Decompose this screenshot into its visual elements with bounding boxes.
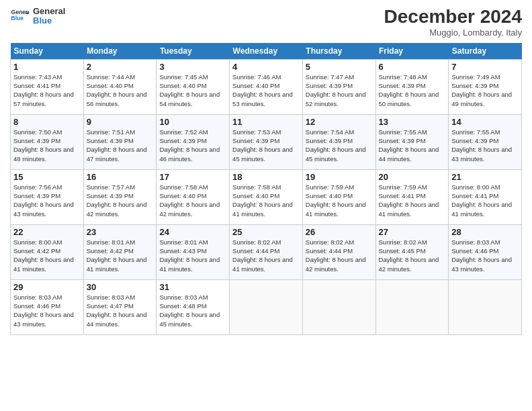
sunset-text: Sunset: 4:39 PM (379, 136, 446, 145)
table-row: 29Sunrise: 8:03 AMSunset: 4:46 PMDayligh… (11, 279, 84, 334)
sunset-text: Sunset: 4:48 PM (159, 302, 226, 310)
day-info: Sunrise: 7:55 AMSunset: 4:39 PMDaylight:… (379, 128, 446, 163)
sunset-text: Sunset: 4:43 PM (159, 246, 226, 255)
sunset-text: Sunset: 4:39 PM (451, 136, 519, 145)
sunrise-text: Sunrise: 8:02 AM (232, 238, 300, 246)
sunset-text: Sunset: 4:42 PM (13, 246, 81, 255)
table-row: 16Sunrise: 7:57 AMSunset: 4:39 PMDayligh… (83, 169, 157, 224)
logo-text-blue: Blue (33, 16, 65, 26)
calendar-week-row: 8Sunrise: 7:50 AMSunset: 4:39 PMDaylight… (11, 114, 522, 169)
daylight-text: Daylight: 8 hours and 43 minutes. (451, 145, 519, 163)
day-info: Sunrise: 8:01 AMSunset: 4:43 PMDaylight:… (159, 238, 226, 273)
calendar-header-row: Sunday Monday Tuesday Wednesday Thursday… (11, 43, 522, 60)
day-info: Sunrise: 7:52 AMSunset: 4:39 PMDaylight:… (159, 128, 226, 163)
sunrise-text: Sunrise: 7:59 AM (306, 183, 373, 191)
sunset-text: Sunset: 4:39 PM (13, 136, 81, 145)
table-row: 6Sunrise: 7:48 AMSunset: 4:39 PMDaylight… (375, 59, 449, 114)
table-row: 13Sunrise: 7:55 AMSunset: 4:39 PMDayligh… (375, 114, 449, 169)
sunrise-text: Sunrise: 8:01 AM (87, 238, 154, 246)
day-info: Sunrise: 7:58 AMSunset: 4:40 PMDaylight:… (159, 183, 226, 218)
day-number: 20 (379, 172, 446, 182)
day-number: 3 (159, 62, 226, 72)
daylight-text: Daylight: 8 hours and 47 minutes. (87, 145, 154, 163)
sunset-text: Sunset: 4:40 PM (159, 191, 226, 200)
sunset-text: Sunset: 4:39 PM (451, 81, 519, 90)
sunrise-text: Sunrise: 7:55 AM (379, 128, 446, 136)
table-row: 1Sunrise: 7:43 AMSunset: 4:41 PMDaylight… (11, 59, 84, 114)
day-number: 11 (232, 117, 300, 127)
day-number: 18 (232, 172, 300, 182)
day-number: 29 (13, 282, 81, 292)
location-title: Muggio, Lombardy, Italy (384, 28, 522, 38)
sunrise-text: Sunrise: 7:59 AM (379, 183, 446, 191)
day-info: Sunrise: 7:59 AMSunset: 4:41 PMDaylight:… (379, 183, 446, 218)
svg-text:Blue: Blue (11, 15, 24, 22)
day-info: Sunrise: 8:03 AMSunset: 4:46 PMDaylight:… (451, 238, 519, 273)
day-info: Sunrise: 8:03 AMSunset: 4:48 PMDaylight:… (159, 293, 226, 328)
logo: General Blue General Blue (10, 7, 65, 26)
logo-icon: General Blue (10, 7, 29, 26)
day-number: 26 (306, 227, 373, 237)
month-title: December 2024 (384, 7, 522, 28)
day-info: Sunrise: 7:46 AMSunset: 4:40 PMDaylight:… (232, 73, 300, 108)
sunset-text: Sunset: 4:42 PM (87, 246, 154, 255)
day-number: 1 (13, 62, 81, 72)
sunrise-text: Sunrise: 7:50 AM (13, 128, 81, 136)
day-info: Sunrise: 7:43 AMSunset: 4:41 PMDaylight:… (13, 73, 81, 108)
col-wednesday: Wednesday (230, 43, 303, 60)
daylight-text: Daylight: 8 hours and 42 minutes. (379, 255, 446, 273)
table-row: 31Sunrise: 8:03 AMSunset: 4:48 PMDayligh… (157, 279, 230, 334)
table-row: 27Sunrise: 8:02 AMSunset: 4:45 PMDayligh… (375, 224, 449, 279)
day-number: 6 (379, 62, 446, 72)
day-number: 7 (451, 62, 519, 72)
daylight-text: Daylight: 8 hours and 44 minutes. (379, 145, 446, 163)
daylight-text: Daylight: 8 hours and 41 minutes. (13, 255, 81, 273)
day-number: 21 (451, 172, 519, 182)
day-info: Sunrise: 8:02 AMSunset: 4:44 PMDaylight:… (306, 238, 373, 273)
day-info: Sunrise: 7:57 AMSunset: 4:39 PMDaylight:… (87, 183, 154, 218)
day-info: Sunrise: 8:03 AMSunset: 4:46 PMDaylight:… (13, 293, 81, 328)
daylight-text: Daylight: 8 hours and 41 minutes. (232, 255, 300, 273)
day-number: 13 (379, 117, 446, 127)
table-row: 17Sunrise: 7:58 AMSunset: 4:40 PMDayligh… (157, 169, 230, 224)
col-tuesday: Tuesday (157, 43, 230, 60)
day-info: Sunrise: 7:53 AMSunset: 4:39 PMDaylight:… (232, 128, 300, 163)
day-info: Sunrise: 8:00 AMSunset: 4:41 PMDaylight:… (451, 183, 519, 218)
sunrise-text: Sunrise: 7:46 AM (232, 73, 300, 81)
table-row (230, 279, 303, 334)
sunrise-text: Sunrise: 7:53 AM (232, 128, 300, 136)
header: General Blue General Blue December 2024 … (10, 7, 522, 38)
sunrise-text: Sunrise: 8:00 AM (451, 183, 519, 191)
day-number: 27 (379, 227, 446, 237)
col-saturday: Saturday (449, 43, 522, 60)
day-number: 16 (87, 172, 154, 182)
day-info: Sunrise: 8:02 AMSunset: 4:45 PMDaylight:… (379, 238, 446, 273)
table-row: 15Sunrise: 7:56 AMSunset: 4:39 PMDayligh… (11, 169, 84, 224)
day-info: Sunrise: 7:59 AMSunset: 4:40 PMDaylight:… (306, 183, 373, 218)
day-number: 9 (87, 117, 154, 127)
daylight-text: Daylight: 8 hours and 57 minutes. (13, 90, 81, 108)
day-number: 15 (13, 172, 81, 182)
daylight-text: Daylight: 8 hours and 41 minutes. (87, 255, 154, 273)
page-container: General Blue General Blue December 2024 … (0, 0, 532, 342)
day-info: Sunrise: 8:00 AMSunset: 4:42 PMDaylight:… (13, 238, 81, 273)
day-number: 25 (232, 227, 300, 237)
day-info: Sunrise: 7:44 AMSunset: 4:40 PMDaylight:… (87, 73, 154, 108)
day-number: 8 (13, 117, 81, 127)
day-number: 17 (159, 172, 226, 182)
sunrise-text: Sunrise: 7:45 AM (159, 73, 226, 81)
daylight-text: Daylight: 8 hours and 44 minutes. (87, 310, 154, 328)
daylight-text: Daylight: 8 hours and 42 minutes. (159, 200, 226, 218)
table-row: 9Sunrise: 7:51 AMSunset: 4:39 PMDaylight… (83, 114, 157, 169)
sunrise-text: Sunrise: 7:57 AM (87, 183, 154, 191)
table-row: 7Sunrise: 7:49 AMSunset: 4:39 PMDaylight… (449, 59, 522, 114)
calendar-week-row: 15Sunrise: 7:56 AMSunset: 4:39 PMDayligh… (11, 169, 522, 224)
sunset-text: Sunset: 4:44 PM (306, 246, 373, 255)
table-row: 26Sunrise: 8:02 AMSunset: 4:44 PMDayligh… (302, 224, 375, 279)
table-row: 21Sunrise: 8:00 AMSunset: 4:41 PMDayligh… (449, 169, 522, 224)
day-number: 2 (87, 62, 154, 72)
sunrise-text: Sunrise: 7:48 AM (379, 73, 446, 81)
sunset-text: Sunset: 4:39 PM (379, 81, 446, 90)
sunrise-text: Sunrise: 7:47 AM (306, 73, 373, 81)
sunrise-text: Sunrise: 8:03 AM (13, 293, 81, 302)
